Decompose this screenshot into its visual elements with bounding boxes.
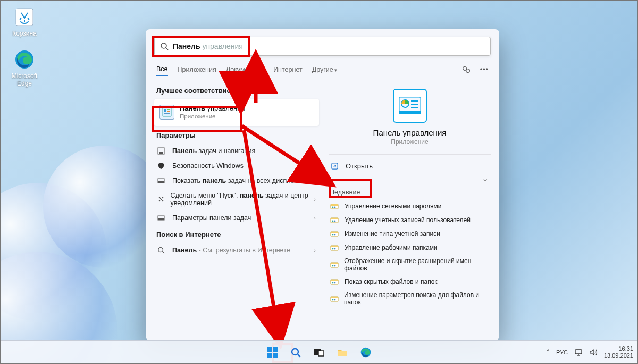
control-panel-icon — [160, 105, 174, 120]
params-header: Параметры — [156, 131, 319, 139]
svg-rect-33 — [331, 204, 338, 206]
recent-item[interactable]: Управление сетевыми паролями — [329, 199, 491, 213]
recent-item-label: Управление сетевыми паролями — [345, 202, 441, 210]
recent-header: Недавние — [330, 189, 491, 196]
settings-item-icon — [157, 214, 167, 222]
svg-rect-22 — [158, 218, 164, 220]
open-button[interactable]: Открыть — [329, 159, 491, 173]
tab-docs[interactable]: Документы▾ — [226, 64, 264, 75]
settings-item[interactable]: Панель задач и навигация› — [154, 143, 319, 158]
tab-more[interactable]: Другие▾ — [312, 64, 337, 75]
web-item-text: Панель - См. результаты в Интернете — [172, 247, 290, 254]
svg-point-59 — [334, 299, 335, 301]
svg-point-35 — [334, 207, 336, 208]
settings-item-label: Показать панель задач на всех дисплеях — [172, 177, 301, 184]
start-button[interactable] — [262, 342, 283, 363]
feedback-icon[interactable] — [462, 65, 471, 74]
svg-point-4 — [463, 67, 467, 71]
explorer-button[interactable] — [332, 342, 353, 363]
svg-point-68 — [292, 349, 298, 355]
settings-item-label: Безопасность Windows — [172, 162, 244, 170]
svg-point-51 — [334, 265, 335, 267]
recent-item[interactable]: Отображение и скрытие расширений имен фа… — [329, 255, 491, 275]
recent-item-icon — [330, 202, 339, 210]
web-search-item[interactable]: Панель - См. результаты в Интернете › — [154, 243, 319, 258]
desktop-icon-recycle-bin[interactable]: Корзина — [6, 6, 43, 37]
search-query: Панель управления — [173, 42, 243, 50]
tray-clock[interactable]: 16:31 13.09.2021 — [604, 345, 633, 359]
tray-overflow-icon[interactable]: ˄ — [547, 349, 550, 355]
svg-rect-65 — [273, 347, 278, 352]
svg-point-39 — [334, 221, 336, 222]
settings-item[interactable]: Безопасность Windows› — [154, 158, 319, 173]
more-icon[interactable]: ••• — [480, 66, 489, 73]
best-subtitle: Приложение — [180, 113, 245, 120]
svg-rect-41 — [331, 232, 338, 233]
svg-rect-8 — [167, 109, 170, 110]
settings-item[interactable]: Показать панель задач на всех дисплеях› — [154, 173, 319, 188]
svg-rect-49 — [331, 263, 338, 264]
settings-item-label: Сделать меню "Пуск", панель задач и цент… — [170, 192, 316, 207]
svg-point-43 — [334, 234, 336, 236]
svg-rect-7 — [164, 109, 166, 112]
svg-line-3 — [166, 48, 168, 50]
settings-item-icon — [157, 147, 167, 155]
detail-title: Панель управления — [329, 128, 491, 137]
settings-item-icon — [157, 162, 167, 170]
svg-rect-53 — [331, 280, 338, 281]
settings-item-label: Панель задач и навигация — [172, 147, 255, 155]
svg-rect-28 — [411, 104, 418, 105]
recent-item-icon — [330, 216, 339, 224]
recent-item-label: Управление рабочими папками — [345, 244, 438, 251]
best-match-item[interactable]: Панель управления Приложение — [154, 99, 319, 126]
expand-chevron-icon[interactable]: ⌄ — [482, 173, 489, 183]
recent-item[interactable]: Удаление учетных записей пользователей — [329, 213, 491, 227]
desktop-icon-edge[interactable]: Microsoft Edge — [6, 48, 43, 87]
svg-point-2 — [161, 43, 166, 48]
network-icon[interactable] — [574, 349, 583, 356]
svg-rect-71 — [318, 351, 324, 356]
svg-point-42 — [332, 234, 334, 236]
recent-item-icon — [330, 260, 339, 269]
svg-point-47 — [334, 248, 336, 250]
settings-item[interactable]: Параметры панели задач› — [154, 210, 319, 225]
svg-rect-9 — [167, 111, 170, 112]
tab-apps[interactable]: Приложения — [178, 64, 216, 75]
taskbar-search-button[interactable] — [285, 342, 306, 363]
desktop-icon-label: Microsoft Edge — [6, 72, 43, 87]
svg-rect-27 — [411, 100, 418, 102]
settings-item-icon — [157, 196, 165, 203]
volume-icon[interactable] — [589, 349, 598, 356]
svg-rect-37 — [331, 218, 338, 219]
svg-rect-10 — [164, 113, 170, 114]
best-match-header: Лучшее соответствие — [156, 87, 319, 95]
search-icon — [160, 42, 169, 50]
recent-item-label: Отображение и скрытие расширений имен фа… — [344, 257, 490, 272]
recent-item-label: Изменение типа учетной записи — [345, 230, 440, 238]
svg-line-24 — [163, 251, 165, 253]
tab-web[interactable]: Интернет — [273, 64, 303, 75]
detail-app-icon — [393, 89, 427, 123]
recent-item[interactable]: Изменение типа учетной записи — [329, 227, 491, 241]
settings-item-label: Параметры панели задач — [172, 214, 251, 222]
edge-taskbar-button[interactable] — [355, 342, 376, 363]
tray-language[interactable]: РУС — [556, 349, 568, 355]
svg-point-38 — [332, 221, 334, 222]
recycle-bin-icon — [13, 6, 36, 28]
settings-item[interactable]: Сделать меню "Пуск", панель задач и цент… — [154, 188, 319, 210]
recent-item-label: Удаление учетных записей пользователей — [345, 216, 471, 224]
open-icon — [331, 162, 340, 170]
svg-rect-45 — [331, 246, 338, 247]
svg-line-69 — [298, 354, 300, 357]
svg-rect-67 — [273, 353, 278, 358]
recent-item[interactable]: Изменение параметров поиска для файлов и… — [329, 289, 491, 309]
task-view-button[interactable] — [308, 342, 330, 363]
svg-rect-57 — [331, 297, 338, 298]
tab-all[interactable]: Все — [156, 63, 168, 76]
recent-item[interactable]: Показ скрытых файлов и папок — [329, 275, 491, 289]
desktop-icon-label: Корзина — [6, 30, 43, 37]
recent-item-icon — [330, 294, 339, 303]
svg-rect-29 — [411, 107, 418, 108]
search-input-row[interactable]: Панель управления — [154, 37, 491, 56]
recent-item[interactable]: Управление рабочими папками — [329, 241, 491, 255]
